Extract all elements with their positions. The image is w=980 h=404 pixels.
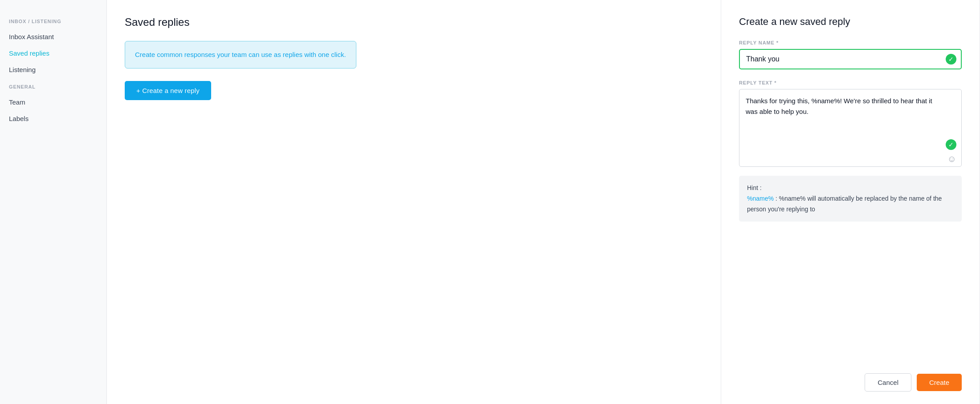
create-new-reply-button[interactable]: + Create a new reply [125, 81, 211, 100]
reply-text-label: REPLY TEXT * [739, 80, 962, 85]
left-panel: Saved replies Create common responses yo… [107, 0, 721, 404]
reply-name-check-icon: ✓ [946, 54, 956, 65]
sidebar-item-label: Saved replies [9, 49, 49, 57]
reply-text-check-icon: ✓ [946, 139, 956, 150]
hint-variable: %name% [747, 195, 774, 202]
panel-footer: Cancel Create [865, 373, 962, 392]
sidebar-item-listening[interactable]: Listening [0, 61, 106, 78]
reply-name-label: REPLY NAME * [739, 40, 962, 45]
right-panel: Create a new saved reply REPLY NAME * ✓ … [721, 0, 980, 404]
sidebar-item-label: Listening [9, 66, 36, 73]
reply-text-wrapper: ✓ ☺ [739, 89, 962, 169]
sidebar: INBOX / LISTENING Inbox Assistant Saved … [0, 0, 107, 404]
hint-label: Hint : [747, 184, 762, 191]
sidebar-item-label: Labels [9, 115, 29, 122]
right-panel-title: Create a new saved reply [739, 16, 962, 28]
reply-text-textarea[interactable] [739, 89, 962, 167]
sidebar-section-general: GENERAL [0, 84, 106, 94]
sidebar-item-labels[interactable]: Labels [0, 110, 106, 127]
create-button[interactable]: Create [917, 374, 962, 391]
sidebar-item-saved-replies[interactable]: Saved replies [0, 45, 106, 61]
hint-description: : %name% will automatically be replaced … [747, 195, 942, 213]
emoji-icon[interactable]: ☺ [947, 154, 956, 164]
sidebar-item-inbox-assistant[interactable]: Inbox Assistant [0, 28, 106, 45]
reply-name-input[interactable] [739, 49, 962, 69]
info-box-text: Create common responses your team can us… [135, 51, 346, 58]
sidebar-section-inbox: INBOX / LISTENING [0, 19, 106, 28]
sidebar-item-label: Team [9, 98, 25, 106]
info-box: Create common responses your team can us… [125, 41, 356, 69]
sidebar-item-team[interactable]: Team [0, 94, 106, 110]
reply-name-wrapper: ✓ [739, 49, 962, 69]
cancel-button[interactable]: Cancel [865, 373, 911, 392]
main-content: Saved replies Create common responses yo… [107, 0, 980, 404]
sidebar-item-label: Inbox Assistant [9, 33, 54, 40]
hint-box: Hint : %name% : %name% will automaticall… [739, 176, 962, 222]
page-title: Saved replies [125, 16, 703, 28]
